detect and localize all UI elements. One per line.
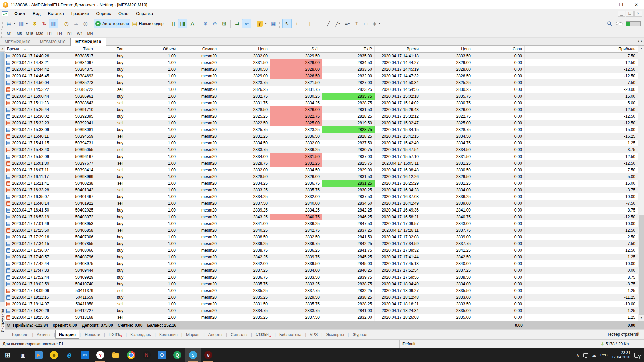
community-chat-icon[interactable] xyxy=(616,21,623,26)
taskbar-task-view-icon[interactable]: ▣ xyxy=(15,348,31,362)
table-row[interactable]: 2020.04.17 17:34:15 50407855 buy 1.00 me… xyxy=(5,240,638,247)
table-row[interactable]: 2020.04.17 18:20:29 50412727 buy 1.00 me… xyxy=(5,307,638,314)
table-row[interactable]: 2020.04.17 15:33:09 50393081 buy 1.00 me… xyxy=(5,126,638,133)
table-row[interactable]: 2020.04.17 14:43:21 50384097 buy 1.00 me… xyxy=(5,59,638,66)
menu-item[interactable]: Файл xyxy=(11,9,29,18)
toolbar-crosshair[interactable]: + ▼ xyxy=(292,19,301,28)
toolbox-tab[interactable]: VPS xyxy=(306,331,321,338)
timeframe-button[interactable]: M5 xyxy=(14,30,24,37)
toolbar-trendline[interactable]: ╱ ▼ xyxy=(324,19,333,28)
vertical-scrollbar[interactable]: ▲ ▼ xyxy=(638,46,644,321)
toolbox-tab[interactable]: Сигналы xyxy=(227,331,251,338)
column-header[interactable]: T / P xyxy=(322,46,375,52)
column-header[interactable]: Своп xyxy=(473,46,525,52)
table-row[interactable]: 2020.04.17 14:53:22 50385722 sell 1.00 m… xyxy=(5,86,638,93)
toolbar-horizontal-line[interactable]: — ▼ xyxy=(314,19,324,28)
toolbar-history-center[interactable]: ◷ ▼ xyxy=(62,19,71,28)
table-row[interactable]: 2020.04.17 15:52:09 50396167 buy 1.00 me… xyxy=(5,153,638,160)
toolbar-bar-chart-mode[interactable]: || ▼ xyxy=(169,19,178,28)
toolbox-tab[interactable]: Новости xyxy=(81,331,103,338)
mdi-minimize-button[interactable]: ▁ xyxy=(618,11,625,17)
restore-button[interactable]: ❐ xyxy=(613,0,629,9)
table-row[interactable]: 2020.04.17 17:52:44 50409929 buy 1.00 me… xyxy=(5,274,638,281)
scrollbar-thumb[interactable] xyxy=(639,215,644,315)
toolbox-tab[interactable]: Торговля xyxy=(8,331,32,338)
table-row[interactable]: 2020.04.17 16:53:19 50403072 buy 1.00 me… xyxy=(5,214,638,220)
table-row[interactable]: 2020.04.17 16:11:17 50398969 buy 1.00 me… xyxy=(5,173,638,180)
timeframe-button[interactable]: W1 xyxy=(75,30,85,37)
mdi-restore-button[interactable]: ❐ xyxy=(626,11,634,17)
toolbar-fibonacci[interactable]: ≡F ▼ xyxy=(342,19,352,28)
toolbar-global-variables[interactable]: ☁ ▼ xyxy=(71,19,80,28)
toolbox-drag-strip[interactable] xyxy=(0,52,5,302)
toolbar-new-order[interactable]: ▤ Новый ордер ▼ xyxy=(130,19,165,28)
column-header[interactable]: Тикет xyxy=(59,46,96,52)
taskbar-chrome-icon[interactable] xyxy=(123,348,139,362)
taskbar-ibkr-icon[interactable]: O xyxy=(154,348,170,362)
table-row[interactable]: 2020.04.17 17:36:07 50408066 buy 1.00 me… xyxy=(5,247,638,254)
toolbar-indicators[interactable]: ƒ ▼ xyxy=(255,19,269,28)
table-row[interactable]: 2020.04.17 15:25:44 50391710 buy 1.00 me… xyxy=(5,106,638,113)
toolbox-tab[interactable]: История xyxy=(55,330,79,339)
taskbar-start-icon[interactable]: ⊞ xyxy=(0,348,15,362)
column-header[interactable]: Символ xyxy=(178,46,219,52)
toolbox-tab[interactable]: Библиотека xyxy=(276,331,305,338)
table-row[interactable]: 2020.04.17 15:32:23 50392941 sell 1.00 m… xyxy=(5,120,638,126)
toolbar-symbols[interactable]: $ ▼ xyxy=(30,19,39,28)
timeframe-button[interactable]: MN xyxy=(85,30,95,37)
table-row[interactable]: 2020.04.17 17:40:57 50408796 buy 1.00 me… xyxy=(5,254,638,260)
action-center-icon[interactable]: 1 xyxy=(634,353,640,358)
tray-chevron-icon[interactable]: ∧ xyxy=(576,353,579,358)
column-header[interactable]: Цена xyxy=(219,46,270,52)
taskbar-mail-agent-icon[interactable]: ☻ xyxy=(46,348,62,362)
toolbox-tab[interactable]: Маркет xyxy=(183,331,203,338)
toolbar-profiles[interactable]: ▥ ▼ xyxy=(17,19,30,28)
table-row[interactable]: 2020.04.17 14:40:26 50383517 buy 1.00 me… xyxy=(5,53,638,59)
toolbar-new-chart[interactable]: ▤ ▼ xyxy=(5,19,17,28)
toolbox-tab[interactable]: Календарь xyxy=(127,331,154,338)
menu-item[interactable]: Справка xyxy=(132,9,157,18)
table-row[interactable]: 2020.04.17 18:02:59 50410740 buy 1.00 me… xyxy=(5,281,638,287)
table-row[interactable]: 2020.04.17 15:43:40 50395055 sell 1.00 m… xyxy=(5,146,638,153)
menu-item[interactable]: Окно xyxy=(115,9,132,18)
toolbar-chart-shift[interactable]: ⇤ ▼ xyxy=(242,19,251,28)
table-row[interactable]: 2020.04.17 14:46:45 50384693 buy 1.00 me… xyxy=(5,73,638,79)
table-row[interactable]: 2020.04.17 15:30:02 50392395 buy 1.00 me… xyxy=(5,113,638,120)
timeframe-button[interactable]: M15 xyxy=(24,30,35,37)
table-row[interactable]: 2020.04.17 15:41:15 50394731 buy 1.00 me… xyxy=(5,140,638,146)
chart-tab[interactable]: MESM20,M10 xyxy=(35,38,70,45)
tab-scroll-right-icon[interactable]: ▸ xyxy=(641,39,643,43)
column-header[interactable]: S / L xyxy=(270,46,322,52)
table-row[interactable]: 2020.04.17 17:47:33 50409444 buy 1.00 me… xyxy=(5,267,638,274)
taskbar-file-explorer-icon[interactable] xyxy=(108,348,123,362)
table-row[interactable]: 2020.04.17 17:01:49 50403953 buy 1.00 me… xyxy=(5,220,638,227)
toolbox-close-button[interactable]: x xyxy=(0,46,5,52)
toolbar-equidistant-channel[interactable]: ╱E ▼ xyxy=(333,19,342,28)
toolbar-auto-scroll[interactable]: ⇉ ▼ xyxy=(232,19,242,28)
column-header[interactable]: Время xyxy=(375,46,421,52)
taskbar-mail-icon[interactable]: ✉ xyxy=(77,348,93,362)
toolbar-tile-windows[interactable]: ⊞ ▼ xyxy=(219,19,229,28)
search-icon[interactable] xyxy=(607,21,612,26)
taskbar-app-8-icon[interactable]: 8 xyxy=(201,348,216,362)
minimize-button[interactable]: – xyxy=(598,0,613,9)
toolbox-tab[interactable]: Почта6 xyxy=(105,330,125,339)
column-header[interactable]: Цена xyxy=(421,46,473,52)
menu-item[interactable]: Вид xyxy=(29,9,44,18)
table-row[interactable]: 2020.04.17 16:01:30 50397677 sell 1.00 m… xyxy=(5,160,638,167)
table-row[interactable]: 2020.04.17 16:40:14 50401922 sell 1.00 m… xyxy=(5,200,638,207)
column-header[interactable]: Тип xyxy=(96,46,126,52)
toolbox-tab[interactable]: Статьи1 xyxy=(252,330,274,339)
table-row[interactable]: 2020.04.17 16:33:28 50401342 sell 1.00 m… xyxy=(5,187,638,193)
table-row[interactable]: 2020.04.17 18:25:05 50413168 sell 1.00 m… xyxy=(5,314,638,321)
table-row[interactable]: 2020.04.17 18:11:16 50411659 buy 1.00 me… xyxy=(5,294,638,301)
toolbox-tab[interactable]: Журнал xyxy=(349,331,371,338)
table-row[interactable]: 2020.04.17 15:11:23 50388643 sell 1.00 m… xyxy=(5,100,638,106)
chart-tab[interactable]: MESM20,M10 xyxy=(0,38,35,45)
toolbar-zoom-in[interactable]: ⊕ ▼ xyxy=(201,19,210,28)
taskbar-quik-icon[interactable]: Q xyxy=(170,348,185,362)
toolbar-line-mode[interactable]: ⋀ ▼ xyxy=(187,19,197,28)
table-row[interactable]: 2020.04.17 16:21:41 50400238 sell 1.00 m… xyxy=(5,180,638,187)
toolbox-tab[interactable]: Алерты xyxy=(205,331,226,338)
toolbar-text-tool[interactable]: T ▼ xyxy=(352,19,361,28)
